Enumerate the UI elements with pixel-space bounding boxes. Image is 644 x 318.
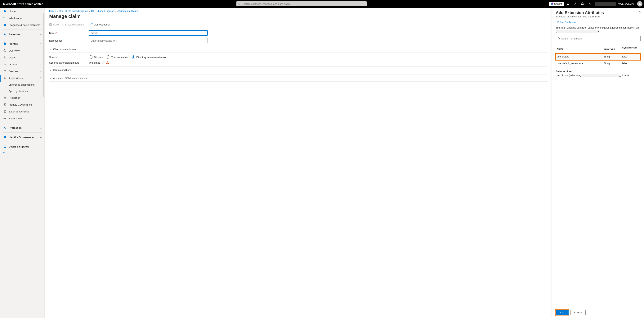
svg-rect-14 bbox=[4, 71, 6, 72]
chevron-down-icon: ⌄ bbox=[40, 136, 42, 139]
cell-type: String bbox=[602, 60, 621, 67]
col-type[interactable]: Data Type bbox=[602, 45, 621, 54]
name-input[interactable] bbox=[89, 30, 208, 36]
more-icon: ••• bbox=[3, 117, 6, 120]
cell-synced: false bbox=[621, 54, 640, 60]
attribute-row[interactable]: user.picture String false bbox=[556, 54, 640, 60]
edit-icon[interactable] bbox=[102, 61, 104, 64]
collapse-sidebar[interactable] bbox=[0, 150, 44, 155]
nav-idgov-sub[interactable]: Identity Governance ⌄ bbox=[0, 101, 44, 108]
svg-point-26 bbox=[4, 146, 5, 147]
col-synced[interactable]: Synced From ... bbox=[621, 45, 640, 54]
feedback-person-icon[interactable] bbox=[587, 1, 593, 7]
claim-conditions[interactable]: ⌄ Claim conditions bbox=[49, 67, 548, 73]
breadcrumb-link[interactable]: Home bbox=[49, 10, 56, 13]
svg-rect-28 bbox=[50, 24, 51, 24]
source-transformation-radio[interactable]: Transformation bbox=[107, 55, 128, 59]
nav-app-registrations[interactable]: App registrations bbox=[0, 88, 44, 94]
nav-groups[interactable]: Groups ⌄ bbox=[0, 61, 44, 68]
nav-applications[interactable]: Applications ⌃ bbox=[0, 75, 44, 82]
chevron-up-icon: ⌃ bbox=[40, 77, 42, 80]
chevron-down-icon: ⌄ bbox=[49, 48, 51, 51]
svg-rect-18 bbox=[4, 78, 4, 79]
breadcrumb-link[interactable]: eks | OIDC-based Sign-on bbox=[59, 10, 88, 13]
identity-icon bbox=[3, 42, 6, 45]
nav-idgov[interactable]: Identity Governance ⌄ bbox=[0, 134, 44, 141]
nav-label: Devices bbox=[9, 70, 18, 73]
feedback-button[interactable]: Got feedback? bbox=[90, 23, 110, 26]
chevron-down-icon: ⌄ bbox=[40, 70, 42, 73]
nav-overview[interactable]: Overview bbox=[0, 47, 44, 54]
cancel-button[interactable]: Cancel bbox=[570, 310, 586, 315]
svg-rect-35 bbox=[108, 63, 108, 64]
nav-protection[interactable]: Protection ⌄ bbox=[0, 124, 44, 131]
governance-icon bbox=[3, 103, 6, 106]
cmd-label: Discard changes bbox=[65, 23, 84, 26]
attribute-search-input[interactable] bbox=[561, 37, 639, 40]
chevron-down-icon: ⌄ bbox=[40, 126, 42, 129]
svg-rect-20 bbox=[4, 98, 6, 99]
user-avatar[interactable] bbox=[637, 1, 642, 7]
nav-label: Overview bbox=[9, 49, 20, 52]
source-directory-extension-radio[interactable]: Directory schema extension bbox=[132, 55, 167, 59]
nav-label: Identity bbox=[9, 42, 18, 45]
attribute-search[interactable] bbox=[556, 36, 640, 41]
nav-label: Protection bbox=[9, 126, 22, 129]
extension-attributes-panel: Add Extension Attributes Extension attri… bbox=[552, 8, 644, 318]
advanced-saml-options[interactable]: ⌄ Advanced SAML claims options bbox=[49, 75, 548, 82]
choose-name-format[interactable]: ⌄ Choose name format bbox=[49, 46, 548, 53]
svg-point-11 bbox=[4, 57, 5, 57]
global-search[interactable] bbox=[236, 1, 366, 6]
nav-diagnose[interactable]: Diagnose & solve problems bbox=[0, 22, 44, 28]
svg-line-39 bbox=[560, 39, 560, 40]
chevron-down-icon: ⌄ bbox=[49, 77, 51, 80]
nav-protection-sub[interactable]: Protection ⌄ bbox=[0, 94, 44, 101]
global-search-input[interactable] bbox=[242, 3, 365, 5]
nav-label: Home bbox=[9, 10, 16, 13]
schema-value: Undefined bbox=[89, 61, 100, 64]
star-icon bbox=[3, 33, 6, 36]
svg-rect-25 bbox=[4, 136, 6, 138]
namespace-input[interactable] bbox=[89, 38, 208, 43]
add-button[interactable]: Add bbox=[556, 310, 568, 315]
settings-icon[interactable] bbox=[572, 1, 578, 7]
save-button: Save bbox=[49, 23, 59, 26]
nav-whatsnew[interactable]: What's new bbox=[0, 15, 44, 22]
col-name[interactable]: Name bbox=[556, 45, 602, 54]
users-icon bbox=[3, 56, 6, 59]
nav-home[interactable]: Home bbox=[0, 8, 44, 15]
svg-rect-16 bbox=[4, 77, 4, 78]
section-label: Advanced SAML claims options bbox=[53, 77, 88, 80]
select-application-back[interactable]: ‹ Select Application bbox=[556, 21, 640, 24]
chevron-down-icon: ⌄ bbox=[40, 103, 42, 106]
nav-devices[interactable]: Devices ⌄ bbox=[0, 68, 44, 75]
chevron-down-icon: ⌄ bbox=[40, 110, 42, 113]
source-attribute-radio[interactable]: Attribute bbox=[89, 55, 103, 59]
svg-point-0 bbox=[238, 3, 240, 5]
breadcrumb-link[interactable]: OIDC-based Sign-on bbox=[91, 10, 114, 13]
nav-showmore[interactable]: ••• Show more bbox=[0, 115, 44, 122]
nav-label: Learn & support bbox=[9, 145, 29, 148]
svg-point-22 bbox=[4, 104, 5, 105]
close-icon bbox=[638, 10, 641, 13]
page-more-button[interactable]: … bbox=[83, 15, 86, 18]
copilot-button[interactable]: Copilot bbox=[549, 2, 564, 6]
close-panel-button[interactable] bbox=[638, 10, 641, 13]
nav-label: Diagnose & solve problems bbox=[9, 24, 40, 27]
breadcrumb-link[interactable]: Attributes & Claims bbox=[117, 10, 138, 13]
chevron-up-icon: ⌃ bbox=[40, 42, 42, 45]
nav-identity[interactable]: Identity ⌃ bbox=[0, 40, 44, 47]
help-icon[interactable] bbox=[580, 1, 586, 7]
nav-label: Identity Governance bbox=[9, 136, 34, 139]
info-icon bbox=[3, 49, 6, 52]
nav-learn[interactable]: Learn & support ⌃ bbox=[0, 143, 44, 150]
attribute-table: Name Data Type Synced From ... user.pict… bbox=[556, 45, 640, 67]
attribute-row[interactable]: user.default_namespace String false bbox=[556, 60, 640, 67]
nav-external-ids[interactable]: External Identities ⌄ bbox=[0, 108, 44, 115]
namespace-label: Namespace bbox=[49, 39, 89, 42]
nav-favorites[interactable]: Favorites ⌄ bbox=[0, 31, 44, 38]
nav-users[interactable]: Users ⌄ bbox=[0, 54, 44, 61]
discard-button: Discard changes bbox=[62, 23, 84, 26]
notifications-icon[interactable] bbox=[565, 1, 571, 7]
nav-enterprise-apps[interactable]: Enterprise applications bbox=[0, 82, 44, 88]
